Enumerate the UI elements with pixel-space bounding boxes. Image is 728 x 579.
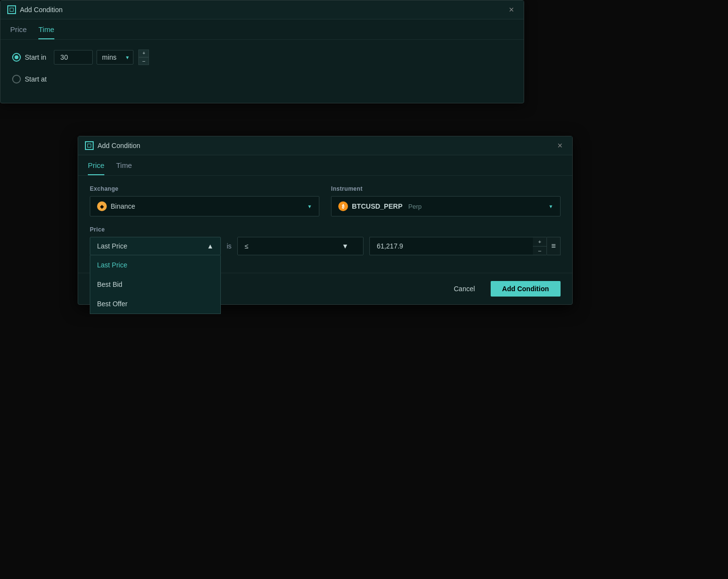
add-condition-button[interactable]: Add Condition: [491, 281, 561, 297]
bg-tab-price[interactable]: Price: [10, 25, 27, 39]
fg-dialog-title: Add Condition: [98, 142, 140, 149]
start-in-stepper: + –: [138, 50, 149, 65]
instrument-icon-group: ₿ BTCUSD_PERP Perp: [338, 201, 422, 211]
fg-close-button[interactable]: ×: [554, 140, 565, 151]
start-in-radio[interactable]: [12, 53, 21, 62]
comparator-symbol: ≤: [245, 242, 248, 250]
fg-titlebar-left: Add Condition: [85, 141, 140, 150]
exchange-col: Exchange ◈ Binance ▼: [90, 185, 319, 216]
price-type-menu: Last Price Best Bid Best Offer: [90, 255, 221, 314]
bg-dialog-body: Start in mins hours + – Star: [0, 40, 524, 103]
start-in-increment[interactable]: +: [138, 50, 149, 57]
bg-tabs: Price Time: [0, 19, 524, 40]
instrument-dropdown[interactable]: ₿ BTCUSD_PERP Perp ▼: [331, 196, 561, 216]
cancel-button[interactable]: Cancel: [444, 281, 485, 297]
price-value-input[interactable]: [369, 237, 533, 255]
bitcoin-icon: ₿: [338, 201, 348, 211]
is-label: is: [227, 242, 232, 250]
exchange-icon-group: ◈ Binance: [97, 201, 135, 211]
start-at-radio[interactable]: [12, 75, 21, 83]
exchange-dropdown[interactable]: ◈ Binance ▼: [90, 196, 319, 216]
start-in-label-text: Start in: [25, 53, 46, 61]
background-dialog: Add Condition × Price Time Start in mins…: [0, 0, 524, 103]
price-option-best-bid[interactable]: Best Bid: [90, 275, 220, 294]
price-section: Price Last Price ▲ Last Price Best Bid B…: [90, 226, 561, 255]
price-type-selected: Last Price: [97, 242, 127, 250]
exchange-selected-label: Binance: [111, 202, 135, 210]
fg-titlebar: Add Condition ×: [78, 136, 572, 155]
binance-icon: ◈: [97, 201, 107, 211]
price-type-arrow: ▲: [207, 242, 214, 250]
price-row: Last Price ▲ Last Price Best Bid Best Of…: [90, 237, 561, 255]
bg-titlebar-left: Add Condition: [7, 5, 63, 14]
foreground-dialog: Add Condition × Price Time Exchange ◈ Bi…: [78, 136, 573, 305]
instrument-type-label: Perp: [408, 203, 421, 210]
fg-tabs: Price Time: [78, 155, 572, 176]
start-in-value-input[interactable]: [54, 50, 93, 65]
instrument-col: Instrument ₿ BTCUSD_PERP Perp ▼: [331, 185, 561, 216]
exchange-arrow-icon: ▼: [307, 204, 312, 209]
start-in-decrement[interactable]: –: [138, 57, 149, 65]
start-in-row: Start in mins hours + –: [12, 50, 512, 65]
start-in-unit-select[interactable]: mins hours: [97, 50, 133, 65]
price-section-label: Price: [90, 226, 561, 233]
instrument-arrow-icon: ▼: [548, 204, 553, 209]
comparator-dropdown[interactable]: ≤ ▼: [237, 237, 364, 255]
start-at-radio-label[interactable]: Start at: [12, 75, 47, 83]
comparator-arrow: ▼: [342, 242, 348, 250]
price-type-dropdown: Last Price ▲ Last Price Best Bid Best Of…: [90, 237, 221, 255]
price-type-trigger[interactable]: Last Price ▲: [90, 237, 221, 255]
start-in-radio-label[interactable]: Start in: [12, 53, 46, 62]
start-at-label-text: Start at: [25, 75, 47, 83]
bg-close-button[interactable]: ×: [506, 4, 517, 15]
price-menu-icon-btn[interactable]: ≡: [547, 237, 561, 255]
bg-dialog-logo: [7, 5, 16, 14]
start-at-row: Start at: [12, 75, 512, 83]
bg-dialog-title: Add Condition: [20, 6, 63, 14]
price-value-stepper: + –: [533, 237, 547, 255]
bg-tab-time[interactable]: Time: [38, 25, 54, 39]
price-increment-btn[interactable]: +: [533, 237, 546, 247]
bg-titlebar: Add Condition ×: [0, 0, 524, 19]
value-input-group: + – ≡: [369, 237, 561, 255]
fg-dialog-logo: [85, 141, 94, 150]
instrument-name-label: BTCUSD_PERP: [352, 202, 402, 210]
price-option-last-price[interactable]: Last Price: [90, 255, 220, 275]
instrument-label: Instrument: [331, 185, 561, 192]
fg-tab-time[interactable]: Time: [116, 161, 132, 175]
start-in-unit-wrapper: mins hours: [97, 50, 133, 65]
price-option-best-offer[interactable]: Best Offer: [90, 294, 220, 314]
start-in-input-group: mins hours + –: [54, 50, 149, 65]
fg-dialog-body: Exchange ◈ Binance ▼ Instrument ₿ BTCUSD…: [78, 176, 572, 273]
fg-tab-price[interactable]: Price: [88, 161, 104, 175]
exchange-label: Exchange: [90, 185, 319, 192]
bg-logo-inner: [10, 8, 14, 12]
fg-logo-inner: [87, 144, 91, 148]
exchange-instrument-row: Exchange ◈ Binance ▼ Instrument ₿ BTCUSD…: [90, 185, 561, 216]
price-decrement-btn[interactable]: –: [533, 247, 546, 255]
